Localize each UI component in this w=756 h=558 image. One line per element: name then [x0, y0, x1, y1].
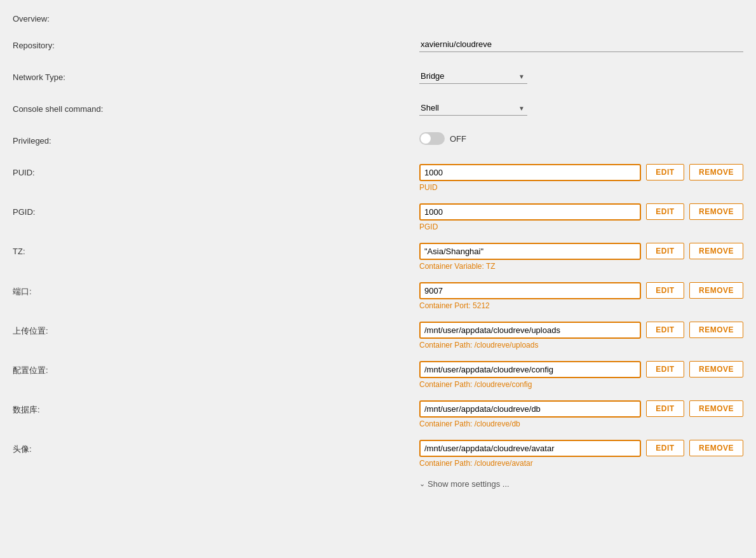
tz-hint: Container Variable: TZ: [419, 262, 641, 271]
tz-input[interactable]: [419, 243, 641, 260]
config-path-input-col: Container Path: /cloudreve/config: [419, 361, 641, 389]
database-edit-button[interactable]: EDIT: [646, 400, 684, 417]
privileged-row: Privileged: OFF: [13, 132, 743, 153]
port-row: 端口: Container Port: 5212 EDIT REMOVE: [13, 282, 743, 310]
tz-row: TZ: Container Variable: TZ EDIT REMOVE: [13, 243, 743, 271]
show-more-label: Show more settings ...: [428, 479, 510, 489]
show-more-row: ⌄ Show more settings ...: [13, 479, 743, 489]
chevron-down-icon: ⌄: [419, 480, 425, 488]
upload-path-input[interactable]: [419, 322, 641, 339]
privileged-controls: OFF: [419, 132, 743, 145]
tz-input-col: Container Variable: TZ: [419, 243, 641, 271]
database-remove-button[interactable]: REMOVE: [689, 400, 743, 417]
network-type-row: Network Type: Bridge Host None Custom ▼: [13, 69, 743, 89]
console-shell-row: Console shell command: Shell bash sh ash…: [13, 100, 743, 121]
tz-edit-button[interactable]: EDIT: [646, 243, 684, 259]
upload-path-input-col: Container Path: /cloudreve/uploads: [419, 322, 641, 350]
avatar-row: 头像: Container Path: /cloudreve/avatar ED…: [13, 440, 743, 468]
port-controls: Container Port: 5212 EDIT REMOVE: [419, 282, 743, 310]
database-controls: Container Path: /cloudreve/db EDIT REMOV…: [419, 400, 743, 428]
privileged-toggle-label: OFF: [450, 134, 466, 144]
pgid-input[interactable]: [419, 203, 641, 221]
pgid-row: PGID: PGID EDIT REMOVE: [13, 203, 743, 231]
config-path-hint: Container Path: /cloudreve/config: [419, 380, 641, 389]
toggle-knob: [421, 133, 431, 144]
console-shell-controls: Shell bash sh ash ▼: [419, 100, 743, 116]
config-path-row: 配置位置: Container Path: /cloudreve/config …: [13, 361, 743, 389]
network-type-select-wrapper: Bridge Host None Custom ▼: [419, 69, 527, 84]
overview-row: Overview:: [13, 10, 743, 31]
pgid-remove-button[interactable]: REMOVE: [689, 203, 743, 220]
network-type-label: Network Type:: [13, 69, 419, 82]
port-input-col: Container Port: 5212: [419, 282, 641, 310]
upload-path-edit-button[interactable]: EDIT: [646, 322, 684, 338]
repository-row: Repository:: [13, 37, 743, 57]
pgid-controls: PGID EDIT REMOVE: [419, 203, 743, 231]
config-path-label: 配置位置:: [13, 361, 419, 376]
puid-remove-button[interactable]: REMOVE: [689, 164, 743, 180]
database-row: 数据库: Container Path: /cloudreve/db EDIT …: [13, 400, 743, 428]
show-more-link[interactable]: ⌄ Show more settings ...: [419, 479, 510, 489]
pgid-label: PGID:: [13, 203, 419, 217]
console-shell-label: Console shell command:: [13, 100, 419, 114]
upload-path-remove-button[interactable]: REMOVE: [689, 322, 743, 338]
puid-edit-button[interactable]: EDIT: [646, 164, 684, 180]
port-remove-button[interactable]: REMOVE: [689, 282, 743, 299]
privileged-label: Privileged:: [13, 132, 419, 146]
avatar-input[interactable]: [419, 440, 641, 457]
avatar-input-col: Container Path: /cloudreve/avatar: [419, 440, 641, 468]
upload-path-hint: Container Path: /cloudreve/uploads: [419, 341, 641, 350]
tz-remove-button[interactable]: REMOVE: [689, 243, 743, 259]
config-path-remove-button[interactable]: REMOVE: [689, 361, 743, 378]
database-input-col: Container Path: /cloudreve/db: [419, 400, 641, 428]
console-shell-select-wrapper: Shell bash sh ash ▼: [419, 100, 527, 116]
repository-input[interactable]: [419, 37, 743, 52]
repository-controls: [419, 37, 743, 52]
pgid-edit-button[interactable]: EDIT: [646, 203, 684, 220]
pgid-input-col: PGID: [419, 203, 641, 231]
privileged-toggle-wrapper: OFF: [419, 132, 466, 145]
pgid-hint: PGID: [419, 222, 641, 231]
repository-label: Repository:: [13, 37, 419, 50]
puid-input[interactable]: [419, 164, 641, 181]
tz-label: TZ:: [13, 243, 419, 256]
upload-path-row: 上传位置: Container Path: /cloudreve/uploads…: [13, 322, 743, 350]
config-path-edit-button[interactable]: EDIT: [646, 361, 684, 378]
puid-row: PUID: PUID EDIT REMOVE: [13, 164, 743, 192]
avatar-edit-button[interactable]: EDIT: [646, 440, 684, 456]
database-label: 数据库:: [13, 400, 419, 416]
puid-input-col: PUID: [419, 164, 641, 192]
page: Overview: Repository: Network Type: Brid…: [0, 0, 756, 558]
config-path-input[interactable]: [419, 361, 641, 378]
avatar-remove-button[interactable]: REMOVE: [689, 440, 743, 456]
privileged-toggle[interactable]: [419, 132, 445, 145]
network-type-select[interactable]: Bridge Host None Custom: [419, 69, 527, 84]
puid-label: PUID:: [13, 164, 419, 177]
config-path-controls: Container Path: /cloudreve/config EDIT R…: [419, 361, 743, 389]
upload-path-label: 上传位置:: [13, 322, 419, 337]
tz-controls: Container Variable: TZ EDIT REMOVE: [419, 243, 743, 271]
port-label: 端口:: [13, 282, 419, 297]
overview-label: Overview:: [13, 10, 419, 24]
avatar-hint: Container Path: /cloudreve/avatar: [419, 459, 641, 468]
database-input[interactable]: [419, 400, 641, 418]
avatar-label: 头像:: [13, 440, 419, 455]
upload-path-controls: Container Path: /cloudreve/uploads EDIT …: [419, 322, 743, 350]
database-hint: Container Path: /cloudreve/db: [419, 419, 641, 428]
puid-hint: PUID: [419, 183, 641, 192]
network-type-controls: Bridge Host None Custom ▼: [419, 69, 743, 84]
port-edit-button[interactable]: EDIT: [646, 282, 684, 299]
puid-controls: PUID EDIT REMOVE: [419, 164, 743, 192]
port-input[interactable]: [419, 282, 641, 299]
console-shell-select[interactable]: Shell bash sh ash: [419, 100, 527, 116]
port-hint: Container Port: 5212: [419, 301, 641, 310]
avatar-controls: Container Path: /cloudreve/avatar EDIT R…: [419, 440, 743, 468]
